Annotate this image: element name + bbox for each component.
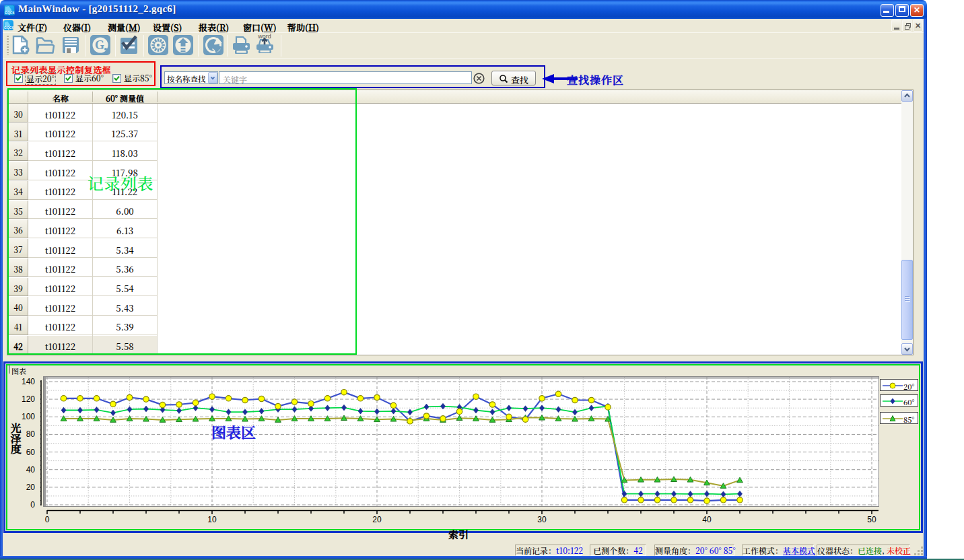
svg-text:G: G — [95, 38, 104, 52]
